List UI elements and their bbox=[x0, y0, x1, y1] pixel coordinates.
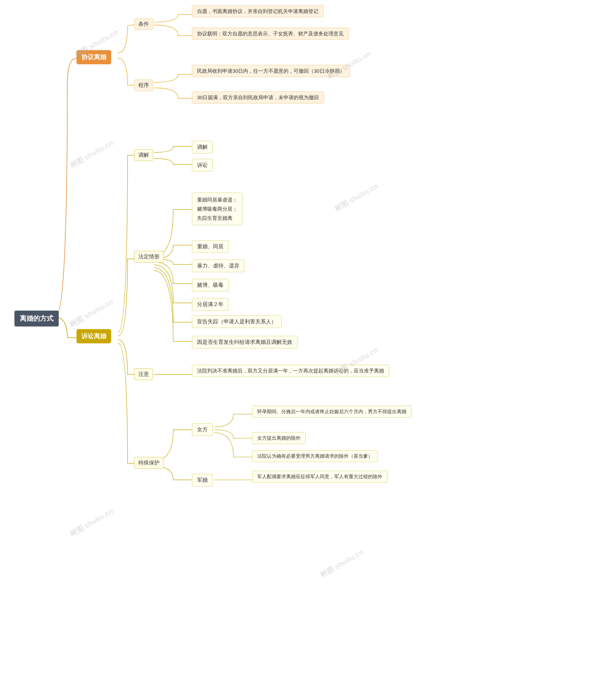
node-nvfang-1: 怀孕期间、分娩后一年内或者终止妊娠后六个月内，男方不得提出离婚 bbox=[252, 406, 412, 418]
node-tiaojian-1: 自愿，书面离婚协议，并亲自到登记机关申请离婚登记 bbox=[192, 5, 324, 17]
node-susong-lihun: 诉讼离婚 bbox=[76, 329, 111, 343]
node-tiaojian-2: 协议载明：双方自愿的意思表示、子女抚养、财产及债务处理意见 bbox=[192, 28, 349, 40]
node-nvfang: 女方 bbox=[192, 423, 213, 436]
watermark-8: 树图 shuitu.cn bbox=[318, 547, 365, 580]
node-fading-4: 赌博、吸毒 bbox=[192, 279, 228, 291]
watermark-7: 树图 shuitu.cn bbox=[68, 506, 115, 539]
node-xieyi-lihun: 协议离婚 bbox=[76, 50, 111, 64]
connector-lines bbox=[0, 0, 616, 692]
node-fading-3: 暴力、虐待、遗弃 bbox=[192, 259, 244, 272]
node-fading-5: 分居满２年 bbox=[192, 298, 228, 311]
node-nvfang-3: 法院认为确有必要受理男方离婚请求的除外（喜当爹） bbox=[252, 450, 378, 462]
node-fading-2: 重婚、同居 bbox=[192, 240, 228, 253]
node-zhuyi: 注意 bbox=[134, 369, 153, 380]
node-susong-1: 诉讼 bbox=[192, 159, 213, 171]
watermark-5: 树图 shuitu.cn bbox=[68, 297, 115, 329]
node-chengxu-1: 民政局收到申请30日内，任一方不愿意的，可撤回（30日冷静期） bbox=[192, 65, 350, 77]
node-nvfang-2: 女方提出离婚的除外 bbox=[252, 432, 306, 444]
watermark-3: 树图 shuitu.cn bbox=[68, 138, 115, 170]
node-fading-1: 重婚同居暴虐遗；赌博吸毒两分居；失踪生育至婚离 bbox=[192, 193, 243, 225]
node-chengxu-2: 30日届满，双方亲自到民政局申请，未申请的视为撤回 bbox=[192, 91, 324, 104]
node-junhun-1: 军人配偶要求离婚应征得军人同意，军人有重大过错的除外 bbox=[252, 471, 388, 483]
node-tiaojie-1: 调解 bbox=[192, 141, 213, 153]
node-fading-7: 因是否生育发生纠纷请求离婚且调解无效 bbox=[192, 336, 298, 349]
node-fading-6: 宣告失踪（申请人是利害关系人） bbox=[192, 315, 282, 328]
watermark-4: 树图 shuitu.cn bbox=[333, 181, 380, 214]
mind-map: 离婚的方式 协议离婚 条件 程序 自愿，书面离婚协议，并亲自到登记机关申请离婚登… bbox=[0, 0, 616, 692]
node-junhun: 军婚 bbox=[192, 474, 213, 486]
node-chengxu: 程序 bbox=[134, 80, 153, 91]
node-zhuyi-1: 法院判决不准离婚后，双方又分居满一年，一方再次提起离婚诉讼的，应当准予离婚 bbox=[192, 365, 389, 377]
node-tiaojie: 调解 bbox=[134, 149, 153, 161]
root-node: 离婚的方式 bbox=[15, 311, 59, 327]
node-teshu-baohu: 特殊保护 bbox=[134, 457, 163, 468]
node-fading-qingxing: 法定情形 bbox=[134, 251, 163, 263]
node-tiaojian: 条件 bbox=[134, 18, 153, 30]
